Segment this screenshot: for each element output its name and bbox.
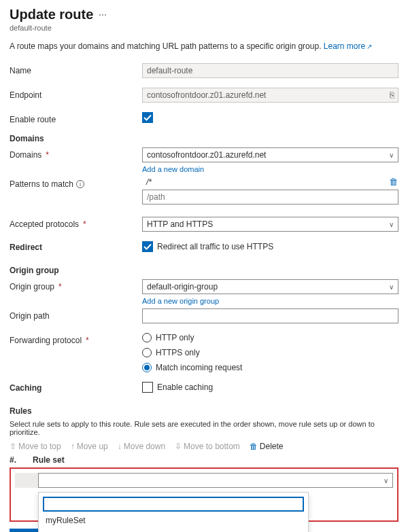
caching-section-header: Caching (10, 383, 142, 393)
fwd-http-only-label: HTTP only (156, 333, 194, 342)
page-description: A route maps your domains and matching U… (10, 41, 398, 51)
arrow-up-icon: ↑ (71, 442, 75, 451)
endpoint-label: Endpoint (10, 88, 142, 100)
ruleset-row-handle[interactable] (15, 473, 38, 488)
move-down-button[interactable]: ↓Move down (118, 442, 165, 451)
description-text: A route maps your domains and matching U… (10, 41, 321, 51)
radio-icon (142, 333, 152, 342)
origin-path-input[interactable] (142, 308, 398, 323)
enable-route-checkbox[interactable] (142, 112, 153, 123)
origin-group-label: Origin group* (10, 279, 142, 291)
origin-group-select[interactable]: default-origin-group ∨ (142, 279, 398, 294)
arrow-bottom-icon: ⇩ (175, 442, 182, 451)
move-to-top-button[interactable]: ⇧Move to top (10, 442, 61, 451)
domains-section-header: Domains (10, 134, 398, 143)
chevron-down-icon: ∨ (384, 477, 388, 484)
pattern-static: /* (142, 177, 385, 187)
enable-caching-label: Enable caching (157, 383, 213, 392)
redirect-section-header: Redirect (10, 243, 142, 252)
delete-rule-button[interactable]: 🗑Delete (250, 442, 284, 451)
external-link-icon: ↗ (367, 43, 372, 50)
accepted-protocols-select[interactable]: HTTP and HTTPS ∨ (142, 217, 398, 232)
copy-icon[interactable]: ⎘ (390, 90, 394, 100)
radio-icon (142, 363, 152, 372)
radio-icon (142, 348, 152, 357)
fwd-https-only-label: HTTPS only (156, 348, 200, 357)
add-origin-group-link[interactable]: Add a new origin group (142, 297, 219, 305)
ruleset-search-input[interactable] (43, 497, 304, 512)
fwd-match-label: Match incoming request (156, 363, 242, 372)
redirect-https-checkbox[interactable] (142, 241, 153, 252)
add-domain-link[interactable]: Add a new domain (142, 165, 204, 173)
page-subtitle: default-route (10, 24, 398, 32)
endpoint-input (142, 88, 398, 103)
fwd-match-radio[interactable]: Match incoming request (142, 363, 398, 372)
origin-path-label: Origin path (10, 308, 142, 321)
forwarding-protocol-label: Forwarding protocol* (10, 333, 142, 345)
accepted-protocols-label: Accepted protocols* (10, 217, 142, 229)
rules-description: Select rule sets to apply to this route.… (10, 420, 398, 436)
more-icon[interactable]: ⋯ (99, 10, 107, 20)
move-up-button[interactable]: ↑Move up (71, 442, 108, 451)
domains-select-value: contosofrontdoor.z01.azurefd.net (147, 150, 266, 160)
learn-more-link[interactable]: Learn more (324, 41, 365, 51)
fwd-http-only-radio[interactable]: HTTP only (142, 333, 398, 342)
domains-select[interactable]: contosofrontdoor.z01.azurefd.net ∨ (142, 147, 398, 162)
fwd-https-only-radio[interactable]: HTTPS only (142, 348, 398, 357)
page-title: Update route (10, 7, 93, 22)
rules-section-header: Rules (10, 406, 398, 416)
delete-pattern-icon[interactable]: 🗑 (388, 177, 398, 187)
trash-icon: 🗑 (250, 442, 258, 451)
enable-caching-checkbox[interactable] (142, 382, 153, 393)
pattern-input[interactable] (142, 190, 398, 205)
enable-route-label: Enable route (10, 112, 142, 124)
col-ruleset-header: Rule set (33, 455, 65, 465)
ruleset-area: ∨ myRuleSet (10, 467, 398, 522)
chevron-down-icon: ∨ (389, 283, 394, 291)
origin-section-header: Origin group (10, 266, 398, 275)
ruleset-select[interactable]: ∨ (38, 473, 393, 488)
arrow-top-icon: ⇧ (10, 442, 16, 451)
origin-group-value: default-origin-group (147, 282, 218, 291)
col-number-header: #. (10, 455, 33, 465)
accepted-protocols-value: HTTP and HTTPS (147, 219, 213, 229)
redirect-https-label: Redirect all traffic to use HTTPS (157, 242, 273, 251)
info-icon[interactable]: i (76, 180, 84, 188)
patterns-label: Patterns to match i (10, 177, 142, 189)
move-to-bottom-button[interactable]: ⇩Move to bottom (175, 442, 240, 451)
chevron-down-icon: ∨ (389, 152, 394, 159)
name-input (142, 63, 398, 78)
chevron-down-icon: ∨ (389, 221, 394, 228)
ruleset-dropdown-panel: myRuleSet (38, 492, 309, 532)
rules-toolbar: ⇧Move to top ↑Move up ↓Move down ⇩Move t… (10, 442, 398, 451)
domains-label: Domains* (10, 147, 142, 160)
name-label: Name (10, 63, 142, 75)
ruleset-option-myruleset[interactable]: myRuleSet (43, 512, 304, 529)
arrow-down-icon: ↓ (118, 442, 122, 451)
